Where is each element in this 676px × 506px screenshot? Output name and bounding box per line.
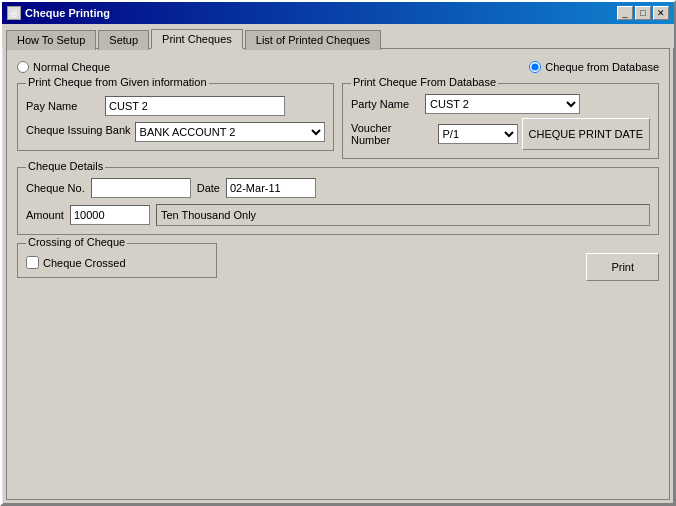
title-buttons: _ □ ✕ [617,6,669,20]
normal-cheque-option[interactable]: Normal Cheque [17,61,110,73]
normal-cheque-label: Normal Cheque [33,61,110,73]
close-button[interactable]: ✕ [653,6,669,20]
content-area: Normal Cheque Cheque from Database Print… [6,48,670,500]
tab-bar: How To Setup Setup Print Cheques List of… [2,24,674,48]
two-panels: Print Cheque from Given information Pay … [17,83,659,159]
party-name-select[interactable]: CUST 2 [425,94,580,114]
pay-name-row: Pay Name [26,96,325,116]
title-bar-left: 🖨 Cheque Printing [7,6,110,20]
cheque-no-input[interactable] [91,178,191,198]
left-panel-legend: Print Cheque from Given information [26,76,209,88]
cheque-details-section: Cheque Details Cheque No. Date Amount Te… [17,167,659,235]
right-fieldset: Print Cheque From Database Party Name CU… [342,83,659,159]
amount-input[interactable] [70,205,150,225]
normal-cheque-radio[interactable] [17,61,29,73]
right-panel-legend: Print Cheque From Database [351,76,498,88]
tab-print-cheques[interactable]: Print Cheques [151,29,243,49]
pay-name-label: Pay Name [26,100,101,112]
cheque-details-legend: Cheque Details [26,160,105,172]
tab-setup[interactable]: Setup [98,30,149,50]
maximize-button[interactable]: □ [635,6,651,20]
cheque-crossed-checkbox[interactable] [26,256,39,269]
party-name-label: Party Name [351,98,421,110]
tab-list-of-printed[interactable]: List of Printed Cheques [245,30,381,50]
bank-row: Cheque Issuing Bank BANK ACCOUNT 2 [26,122,325,142]
tab-how-to-setup[interactable]: How To Setup [6,30,96,50]
window: 🖨 Cheque Printing _ □ ✕ How To Setup Set… [0,0,676,506]
crossing-legend: Crossing of Cheque [26,236,127,248]
voucher-select[interactable]: P/1 [438,124,518,144]
crossing-checkbox-row: Cheque Crossed [26,256,208,269]
party-name-row: Party Name CUST 2 [351,94,650,114]
date-input[interactable] [226,178,316,198]
cheque-no-label: Cheque No. [26,182,85,194]
pay-name-input[interactable] [105,96,285,116]
amount-text: Ten Thousand Only [156,204,650,226]
app-icon: 🖨 [7,6,21,20]
cheque-crossed-label: Cheque Crossed [43,257,126,269]
cheque-print-date-button[interactable]: CHEQUE PRINT DATE [522,118,651,150]
cheque-from-db-label: Cheque from Database [545,61,659,73]
voucher-label: Voucher Number [351,122,434,146]
bank-select[interactable]: BANK ACCOUNT 2 [135,122,325,142]
window-title: Cheque Printing [25,7,110,19]
minimize-button[interactable]: _ [617,6,633,20]
title-bar: 🖨 Cheque Printing _ □ ✕ [2,2,674,24]
right-panel-grid: Party Name CUST 2 Voucher Number P/1 [351,94,650,150]
left-panel: Print Cheque from Given information Pay … [17,83,334,159]
radio-row: Normal Cheque Cheque from Database [17,59,659,75]
voucher-row: Voucher Number P/1 CHEQUE PRINT DATE [351,118,650,150]
date-label: Date [197,182,220,194]
left-fieldset: Print Cheque from Given information Pay … [17,83,334,151]
amount-label: Amount [26,209,64,221]
right-panel: Print Cheque From Database Party Name CU… [342,83,659,159]
crossing-section: Crossing of Cheque Cheque Crossed [17,243,217,278]
details-row2: Amount Ten Thousand Only [26,204,650,226]
details-row1: Cheque No. Date [26,178,650,198]
cheque-from-db-radio[interactable] [529,61,541,73]
print-button[interactable]: Print [586,253,659,281]
bank-label: Cheque Issuing Bank [26,122,131,136]
cheque-from-db-option[interactable]: Cheque from Database [529,61,659,73]
bottom-row: Crossing of Cheque Cheque Crossed Print [17,243,659,281]
